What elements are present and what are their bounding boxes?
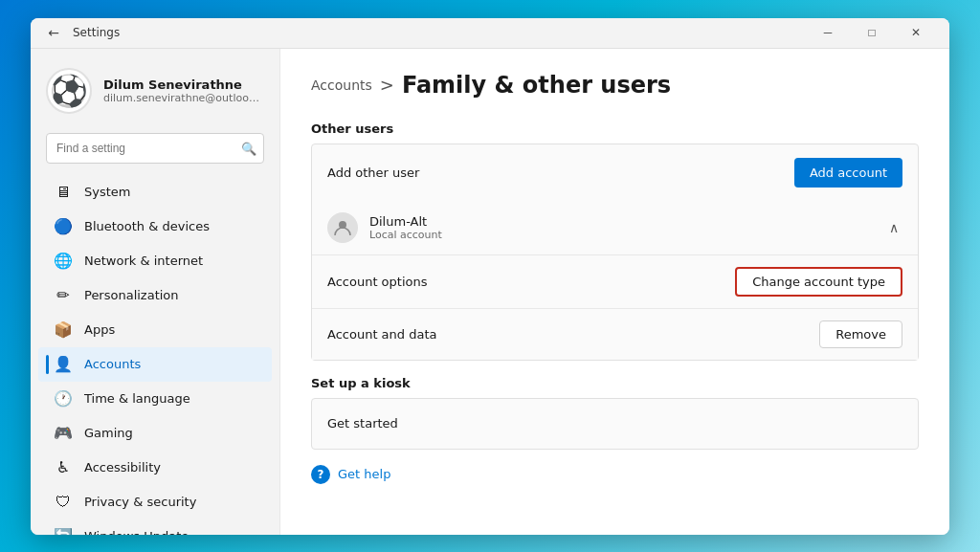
network-icon: 🌐 [54,252,73,271]
get-help-text[interactable]: Get help [338,467,390,481]
breadcrumb-separator: > [380,75,394,95]
sidebar-item-personalization[interactable]: ✏️ Personalization [38,278,272,313]
sidebar-item-label: Network & internet [84,254,203,268]
sidebar-item-label: Bluetooth & devices [84,219,210,233]
close-button[interactable]: ✕ [894,18,938,49]
sidebar: ⚽ Dilum Senevirathne dilum.senevirathne@… [31,49,279,535]
alt-user-row: Dilum-Alt Local account ∧ [312,201,918,254]
alt-user-sub: Local account [369,229,874,241]
window-controls: ─ □ ✕ [806,18,938,49]
accounts-icon: 👤 [54,355,73,374]
user-email: dilum.senevirathne@outlook.com [103,92,264,104]
add-other-user-row: Add other user Add account [312,144,918,201]
sidebar-item-accessibility[interactable]: ♿ Accessibility [38,451,272,485]
kiosk-section-title: Set up a kiosk [311,376,919,390]
get-started-label: Get started [327,416,902,431]
account-data-row: Account and data Remove [312,308,918,360]
personalization-icon: ✏️ [54,286,73,305]
get-help-row[interactable]: ? Get help [311,465,919,484]
sidebar-item-label: Privacy & security [84,495,196,509]
breadcrumb: Accounts > Family & other users [311,72,919,99]
sidebar-item-label: Gaming [84,426,133,440]
sidebar-item-label: Accessibility [84,460,161,475]
bluetooth-icon: 🔵 [54,217,73,236]
gaming-icon: 🎮 [54,424,73,443]
account-data-label: Account and data [327,327,819,342]
user-name: Dilum Senevirathne [103,77,264,92]
maximize-button[interactable]: □ [850,18,894,49]
time-icon: 🕐 [54,389,73,408]
search-box: 🔍 [46,133,264,164]
get-started-row: Get started [312,399,918,449]
back-button[interactable]: ← [42,21,65,44]
kiosk-card: Get started [311,398,919,450]
alt-user-name: Dilum-Alt [369,214,874,229]
sidebar-item-label: Personalization [84,288,179,302]
remove-button[interactable]: Remove [819,320,902,348]
sidebar-item-bluetooth[interactable]: 🔵 Bluetooth & devices [38,210,272,244]
sidebar-item-network[interactable]: 🌐 Network & internet [38,244,272,278]
main-wrapper: Accounts > Family & other users Other us… [279,49,949,535]
main-content: Accounts > Family & other users Other us… [279,49,949,535]
search-icon: 🔍 [241,141,256,155]
system-icon: 🖥 [54,183,73,202]
windows-update-icon: 🔄 [54,527,73,535]
change-account-type-button[interactable]: Change account type [735,267,902,297]
add-other-user-label: Add other user [327,166,794,180]
expanded-section: Account options Change account type Acco… [312,254,918,360]
sidebar-item-windows-update[interactable]: 🔄 Windows Update [38,519,272,535]
sidebar-item-system[interactable]: 🖥 System [38,175,272,210]
avatar: ⚽ [46,68,92,114]
minimize-button[interactable]: ─ [806,18,850,49]
sidebar-item-gaming[interactable]: 🎮 Gaming [38,416,272,451]
sidebar-item-label: Accounts [84,357,141,371]
window-title: Settings [73,26,806,39]
avatar-icon: ⚽ [50,73,88,109]
sidebar-item-privacy[interactable]: 🛡 Privacy & security [38,485,272,519]
user-profile: ⚽ Dilum Senevirathne dilum.senevirathne@… [31,60,279,129]
search-input[interactable] [46,133,264,164]
user-info: Dilum Senevirathne dilum.senevirathne@ou… [103,77,264,104]
account-options-label: Account options [327,275,735,289]
breadcrumb-current: Family & other users [402,72,671,99]
sidebar-item-label: Apps [84,322,115,337]
content-area: ⚽ Dilum Senevirathne dilum.senevirathne@… [31,49,949,535]
other-users-section-title: Other users [311,121,919,136]
alt-user-collapse-button[interactable]: ∧ [885,216,902,239]
sidebar-item-accounts[interactable]: 👤 Accounts [38,347,272,382]
privacy-icon: 🛡 [54,493,73,512]
settings-window: ← Settings ─ □ ✕ ⚽ Dilum Senevirathne di… [31,18,949,535]
accessibility-icon: ♿ [54,458,73,477]
other-users-card: Add other user Add account Dilum-Alt [311,144,919,361]
sidebar-item-time[interactable]: 🕐 Time & language [38,382,272,416]
get-help-icon: ? [311,465,330,484]
title-bar: ← Settings ─ □ ✕ [31,18,949,49]
sidebar-item-label: System [84,185,130,199]
account-options-row: Account options Change account type [312,255,918,308]
sidebar-item-label: Windows Update [84,529,189,535]
breadcrumb-parent[interactable]: Accounts [311,77,372,93]
sidebar-item-apps[interactable]: 📦 Apps [38,313,272,347]
sidebar-item-label: Time & language [84,391,190,406]
apps-icon: 📦 [54,320,73,340]
alt-user-avatar [327,212,358,243]
alt-user-info: Dilum-Alt Local account [369,214,874,241]
add-account-button[interactable]: Add account [794,158,902,188]
